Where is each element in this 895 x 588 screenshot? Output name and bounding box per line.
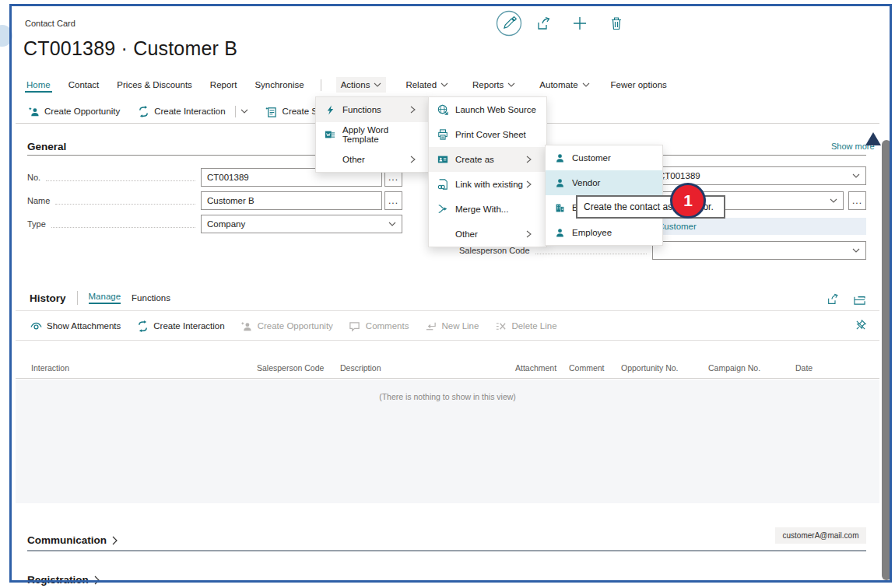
chevron-down-icon[interactable] bbox=[240, 107, 248, 115]
chevron-right-icon bbox=[111, 536, 118, 545]
functions-submenu: Launch Web Source Print Cover Sheet Crea… bbox=[428, 96, 547, 247]
create-interaction-button[interactable]: Create Interaction bbox=[137, 105, 247, 117]
communication-header[interactable]: Communication bbox=[27, 534, 118, 546]
col-description[interactable]: Description bbox=[340, 363, 381, 373]
person-icon bbox=[553, 152, 566, 164]
edit-button[interactable] bbox=[496, 10, 522, 40]
tab-prices-discounts[interactable]: Prices & Discounts bbox=[115, 77, 194, 93]
field-label-name: Name bbox=[27, 196, 50, 205]
plus-icon bbox=[573, 16, 587, 30]
menu-reports[interactable]: Reports bbox=[468, 77, 520, 93]
field-row-type: Type Company bbox=[27, 215, 402, 233]
menu-related[interactable]: Related bbox=[401, 77, 453, 93]
menu-item-merge-with[interactable]: Merge With... bbox=[429, 197, 546, 222]
menu-item-other-2[interactable]: Other bbox=[429, 222, 546, 247]
interaction-arrows-icon bbox=[136, 320, 149, 332]
contact-card-icon bbox=[437, 153, 449, 166]
new-line-icon bbox=[424, 320, 437, 332]
chevron-down-icon bbox=[374, 81, 381, 89]
menu-item-functions[interactable]: Functions bbox=[316, 97, 430, 122]
pin-button[interactable] bbox=[855, 318, 867, 334]
submenu-arrow-icon bbox=[410, 156, 416, 163]
scrollbar-thumb[interactable] bbox=[882, 140, 891, 580]
menu-item-print-cover-sheet[interactable]: Print Cover Sheet bbox=[429, 122, 546, 147]
tab-contact[interactable]: Contact bbox=[67, 77, 101, 93]
salesperson-select[interactable] bbox=[652, 241, 866, 260]
history-tab-functions[interactable]: Functions bbox=[132, 293, 170, 303]
type-select[interactable]: Company bbox=[201, 215, 402, 233]
email-badge[interactable]: customerA@mail.com bbox=[775, 527, 866, 544]
delete-button[interactable] bbox=[609, 16, 623, 33]
submenu-arrow-icon bbox=[526, 180, 532, 188]
history-toolbar: Show Attachments Create Interaction Crea… bbox=[30, 317, 557, 334]
person-star-icon bbox=[240, 320, 253, 332]
col-interaction[interactable]: Interaction bbox=[31, 363, 69, 373]
dotted-leader bbox=[51, 227, 195, 228]
dotted-leader bbox=[535, 254, 647, 254]
history-create-interaction-button[interactable]: Create Interaction bbox=[136, 320, 224, 332]
trash-icon bbox=[609, 16, 623, 30]
show-attachments-button[interactable]: Show Attachments bbox=[30, 320, 121, 332]
step-annotation-badge: 1 bbox=[670, 183, 706, 219]
tab-report[interactable]: Report bbox=[209, 77, 239, 93]
chevron-down-icon[interactable] bbox=[830, 197, 837, 205]
word-template-icon bbox=[324, 128, 336, 141]
merge-icon bbox=[437, 203, 449, 215]
menu-item-create-as[interactable]: Create as bbox=[429, 147, 546, 172]
person-icon bbox=[553, 177, 566, 189]
new-button[interactable] bbox=[573, 16, 587, 33]
pencil-icon bbox=[496, 10, 522, 37]
menu-item-vendor[interactable]: Vendor bbox=[546, 170, 662, 195]
menu-item-launch-web-source[interactable]: Launch Web Source bbox=[429, 97, 546, 122]
col-opportunity-no[interactable]: Opportunity No. bbox=[621, 363, 679, 373]
bank-icon bbox=[553, 201, 566, 214]
fewer-options[interactable]: Fewer options bbox=[609, 77, 669, 93]
tab-home[interactable]: Home bbox=[25, 77, 52, 93]
chevron-down-icon[interactable] bbox=[852, 172, 860, 180]
comments-button[interactable]: Comments bbox=[349, 320, 409, 332]
history-header: History Manage Functions bbox=[30, 291, 170, 305]
dotted-leader bbox=[46, 180, 195, 181]
company-name-assist-button[interactable]: ... bbox=[848, 191, 866, 210]
registration-header[interactable]: Registration bbox=[27, 574, 100, 586]
chevron-down-icon[interactable] bbox=[852, 247, 860, 254]
delete-line-button[interactable]: Delete Line bbox=[494, 320, 556, 332]
menu-item-apply-word-template[interactable]: Apply Word Template bbox=[316, 122, 430, 147]
menu-automate[interactable]: Automate bbox=[535, 77, 594, 93]
history-tab-manage[interactable]: Manage bbox=[89, 292, 121, 304]
menu-item-link-with-existing[interactable]: Link with existing bbox=[429, 172, 546, 197]
dotted-leader bbox=[55, 204, 195, 205]
menu-item-customer[interactable]: Customer bbox=[546, 145, 662, 170]
menu-item-other[interactable]: Other bbox=[316, 147, 430, 172]
link-doc-icon bbox=[437, 178, 449, 191]
share-button[interactable] bbox=[537, 16, 551, 33]
menu-item-employee[interactable]: Employee bbox=[546, 220, 662, 245]
history-create-opportunity-button[interactable]: Create Opportunity bbox=[240, 320, 333, 332]
chevron-right-icon bbox=[93, 576, 100, 585]
history-popout-button[interactable] bbox=[853, 292, 865, 308]
business-relation-link[interactable]: Customer bbox=[658, 222, 697, 231]
col-comment[interactable]: Comment bbox=[569, 363, 605, 373]
history-title[interactable]: History bbox=[30, 292, 66, 304]
name-input[interactable]: Customer B bbox=[201, 191, 382, 210]
new-line-button[interactable]: New Line bbox=[424, 320, 479, 332]
scroll-up-arrow[interactable] bbox=[865, 132, 881, 145]
menu-actions[interactable]: Actions bbox=[336, 77, 387, 93]
history-share-button[interactable] bbox=[827, 292, 839, 308]
field-row-name: Name Customer B ... bbox=[27, 191, 402, 210]
delete-line-icon bbox=[494, 320, 507, 332]
history-divider bbox=[77, 291, 78, 305]
col-attachment[interactable]: Attachment bbox=[515, 363, 556, 373]
col-date[interactable]: Date bbox=[795, 363, 813, 373]
create-opportunity-button[interactable]: Create Opportunity bbox=[27, 105, 120, 117]
chevron-down-icon[interactable] bbox=[388, 220, 396, 228]
submenu-arrow-icon bbox=[410, 106, 416, 114]
col-campaign-no[interactable]: Campaign No. bbox=[708, 363, 760, 373]
chevron-down-icon bbox=[440, 81, 448, 89]
tab-synchronise[interactable]: Synchronise bbox=[253, 77, 305, 93]
name-assist-button[interactable]: ... bbox=[384, 191, 402, 210]
globe-icon bbox=[437, 103, 449, 116]
col-salesperson-code[interactable]: Salesperson Code bbox=[257, 363, 324, 373]
general-section-title[interactable]: General bbox=[27, 141, 66, 152]
lightning-icon bbox=[324, 103, 336, 116]
